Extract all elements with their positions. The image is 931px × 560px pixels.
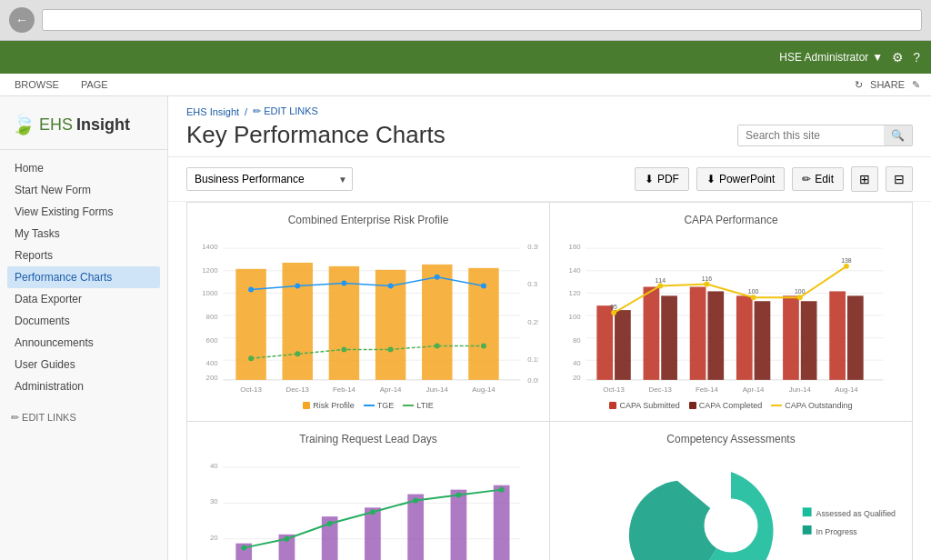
chart-card-training: Training Request Lead Days 40 30 20 10 (187, 422, 549, 560)
chart2-legend: CAPA Submitted CAPA Completed CAPA Outst… (561, 401, 901, 410)
svg-text:20: 20 (210, 534, 218, 542)
search-input[interactable] (738, 125, 884, 145)
user-menu[interactable]: HSE Administrator ▼ (779, 51, 883, 64)
browse-button[interactable]: BROWSE (11, 77, 63, 92)
address-bar[interactable] (42, 9, 922, 31)
page-button[interactable]: PAGE (77, 77, 112, 92)
powerpoint-button[interactable]: ⬇ PowerPoint (696, 167, 785, 191)
svg-text:116: 116 (702, 275, 713, 282)
edit-button[interactable]: ✏ Edit (792, 167, 844, 191)
svg-text:114: 114 (656, 277, 666, 284)
svg-text:Aug-14: Aug-14 (472, 385, 496, 394)
sidebar-item-documents[interactable]: Documents (7, 310, 160, 332)
legend-label-submitted: CAPA Submitted (619, 401, 679, 410)
svg-point-103 (241, 545, 246, 551)
svg-point-34 (388, 346, 394, 352)
charts-grid: Combined Enterprise Risk Profile 1400 12… (186, 202, 913, 560)
chart4-svg: Assessed as Qualified In Progress (561, 453, 901, 560)
svg-text:140: 140 (569, 266, 582, 275)
chart3-container: 40 30 20 10 (198, 453, 538, 560)
svg-text:Oct-13: Oct-13 (240, 385, 262, 394)
svg-point-31 (248, 355, 254, 361)
edit-pencil-icon: ✏ (802, 173, 811, 185)
legend-label-ltie: LTIE (416, 401, 433, 410)
chart1-title: Combined Enterprise Risk Profile (198, 214, 538, 226)
legend-risk-profile: Risk Profile (303, 401, 355, 410)
svg-text:Feb-14: Feb-14 (696, 385, 719, 394)
svg-rect-99 (365, 507, 381, 560)
svg-text:95: 95 (610, 304, 617, 310)
sidebar-item-user-guides[interactable]: User Guides (7, 354, 160, 375)
svg-text:800: 800 (206, 313, 219, 321)
svg-rect-68 (847, 295, 864, 380)
powerpoint-icon: ⬇ (706, 173, 716, 185)
svg-rect-23 (422, 265, 452, 380)
svg-text:138: 138 (841, 257, 852, 264)
svg-point-70 (657, 284, 663, 289)
breadcrumb-root[interactable]: EHS Insight (186, 106, 239, 117)
sidebar-item-home[interactable]: Home (7, 157, 160, 179)
search-box: 🔍 (737, 125, 913, 146)
svg-rect-59 (644, 287, 660, 380)
svg-text:100: 100 (795, 288, 806, 295)
logo-ehs: EHS (39, 115, 73, 135)
pdf-icon: ⬇ (645, 173, 654, 185)
svg-text:0.3: 0.3 (527, 281, 538, 289)
sidebar-item-performance-charts[interactable]: Performance Charts (7, 266, 160, 288)
svg-rect-20 (283, 263, 313, 380)
sidebar: 🍃 EHSInsight HomeStart New FormView Exis… (0, 96, 168, 560)
toolbar-right: ↻ SHARE ✎ (855, 79, 920, 91)
svg-point-25 (248, 287, 254, 293)
sidebar-item-my-tasks[interactable]: My Tasks (7, 223, 160, 245)
svg-text:Apr-14: Apr-14 (380, 385, 402, 394)
svg-text:100: 100 (569, 313, 582, 321)
browser-chrome: ← (0, 0, 931, 41)
logo-insight: Insight (76, 115, 130, 135)
help-icon[interactable]: ? (913, 50, 920, 65)
chart2-title: CAPA Performance (561, 214, 901, 226)
legend-capa-submitted: CAPA Submitted (609, 401, 679, 410)
search-button[interactable]: 🔍 (884, 125, 912, 145)
sidebar-item-view-existing-forms[interactable]: View Existing Forms (7, 201, 160, 223)
legend-label-tge: TGE (377, 401, 395, 410)
user-name: HSE Administrator (779, 51, 868, 64)
page-header: EHS Insight / ✏ EDIT LINKS Key Performan… (168, 96, 931, 157)
edit-links-breadcrumb[interactable]: ✏ EDIT LINKS (253, 105, 318, 117)
svg-point-36 (481, 344, 486, 349)
edit-icon[interactable]: ✎ (912, 79, 920, 91)
grid-view-button[interactable]: ⊞ (851, 166, 878, 192)
svg-point-32 (295, 351, 300, 356)
sidebar-item-announcements[interactable]: Announcements (7, 332, 160, 354)
svg-point-74 (844, 264, 849, 269)
breadcrumb-sep: / (245, 106, 247, 117)
sidebar-edit-links[interactable]: ✏ EDIT LINKS (0, 405, 167, 431)
sidebar-item-administration[interactable]: Administration (7, 375, 160, 397)
legend-label-risk: Risk Profile (313, 401, 355, 410)
category-dropdown[interactable]: Business PerformanceSafety PerformanceEn… (186, 167, 353, 191)
charts-toolbar: Business PerformanceSafety PerformanceEn… (168, 157, 931, 202)
svg-point-27 (341, 281, 346, 286)
legend-color-risk (303, 402, 310, 409)
svg-rect-100 (407, 495, 424, 560)
sidebar-item-data-exporter[interactable]: Data Exporter (7, 288, 160, 310)
pdf-label: PDF (657, 173, 679, 185)
svg-text:400: 400 (206, 359, 219, 367)
share-label[interactable]: SHARE (870, 79, 905, 90)
svg-text:In Progress: In Progress (816, 527, 858, 536)
legend-label-completed: CAPA Completed (699, 401, 762, 410)
chart-card-risk: Combined Enterprise Risk Profile 1400 12… (187, 203, 549, 421)
toolbar-row: BROWSE PAGE ↻ SHARE ✎ (0, 74, 931, 96)
sidebar-item-reports[interactable]: Reports (7, 245, 160, 266)
gear-icon[interactable]: ⚙ (892, 50, 904, 65)
chart3-title: Training Request Lead Days (198, 433, 538, 445)
list-view-button[interactable]: ⊟ (886, 166, 913, 192)
svg-text:1000: 1000 (202, 289, 218, 297)
sidebar-item-start-new-form[interactable]: Start New Form (7, 179, 160, 201)
back-button[interactable]: ← (9, 7, 35, 33)
pdf-button[interactable]: ⬇ PDF (635, 167, 689, 191)
sidebar-logo: 🍃 EHSInsight (0, 104, 167, 150)
app-container: HSE Administrator ▼ ⚙ ? BROWSE PAGE ↻ SH… (0, 41, 931, 560)
chart4-container: Assessed as Qualified In Progress (561, 453, 901, 560)
logo: 🍃 EHSInsight (11, 113, 156, 136)
svg-text:Assessed as Qualified: Assessed as Qualified (816, 509, 896, 518)
